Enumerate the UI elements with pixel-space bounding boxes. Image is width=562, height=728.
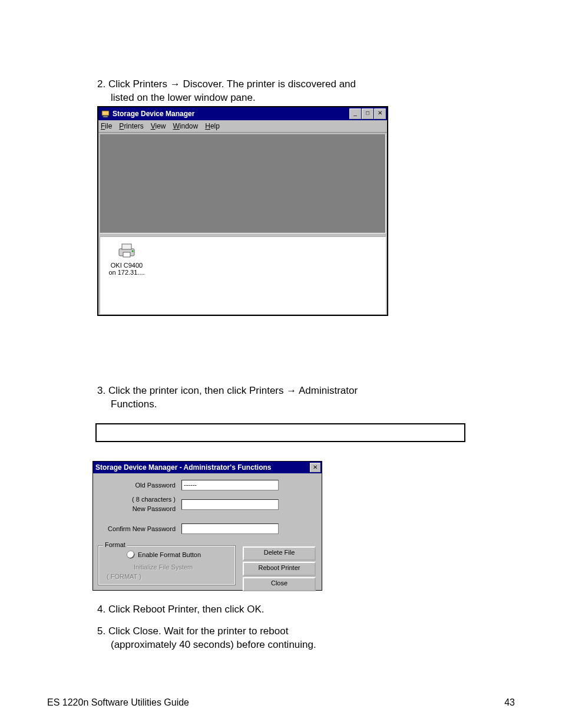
win1-title: Storage Device Manager (113, 110, 349, 118)
format-groupbox: Format Enable Format Button Initialize F… (98, 545, 236, 585)
label-confirm-password: Confirm New Password (99, 525, 176, 532)
confirm-password-field[interactable] (181, 523, 279, 534)
win2-titlebar[interactable]: Storage Device Manager - Administrator's… (93, 462, 322, 473)
client-area: OKI C9400 on 172.31.... (98, 133, 387, 315)
menu-view[interactable]: View (151, 122, 166, 130)
svg-point-5 (132, 250, 134, 252)
reboot-printer-button[interactable]: Reboot Printer (243, 562, 316, 576)
close-button[interactable]: ✕ (374, 108, 386, 119)
step5-line1: 5. Click Close. Wait for the printer to … (97, 625, 288, 638)
delete-file-button[interactable]: Delete File (243, 546, 316, 561)
maximize-button[interactable]: □ (362, 108, 373, 119)
printer-icon (115, 242, 138, 259)
enable-format-radio[interactable]: Enable Format Button (127, 551, 201, 559)
enable-format-label: Enable Format Button (138, 551, 201, 558)
printer-label-line2: on 172.31.... (106, 269, 147, 276)
menubar: File Printers View Window Help (98, 120, 387, 133)
svg-rect-4 (123, 252, 130, 257)
printer-label-line1: OKI C9400 (106, 262, 147, 269)
step4-line1: 4. Click Reboot Printer, then click OK. (97, 603, 264, 617)
init-fs-disabled-text: Initialize File System (134, 564, 193, 571)
step3-line1: 3. Click the printer icon, then click Pr… (97, 384, 358, 398)
upper-pane (100, 134, 386, 233)
win2-title: Storage Device Manager - Administrator's… (93, 463, 309, 472)
format-legend: Format (103, 541, 127, 548)
format-hint: ( FORMAT ) (107, 573, 141, 580)
menu-printers[interactable]: Printers (119, 122, 143, 130)
admin-functions-dialog: Storage Device Manager - Administrator's… (92, 461, 322, 591)
menu-window[interactable]: Window (173, 122, 199, 130)
svg-rect-0 (102, 111, 109, 116)
step5-line2: (approximately 40 seconds) before contin… (111, 638, 316, 652)
radio-icon (127, 551, 135, 559)
win1-titlebar[interactable]: Storage Device Manager _ □ ✕ (98, 107, 387, 120)
minimize-button[interactable]: _ (349, 108, 361, 119)
close-dialog-button[interactable]: Close (243, 577, 316, 591)
menu-help[interactable]: Help (205, 122, 220, 130)
step2-line1: 2. Click Printers → Discover. The printe… (97, 78, 356, 91)
label-old-password: Old Password (117, 482, 176, 489)
old-password-field[interactable]: ------ (181, 480, 279, 490)
step3-line2: Functions. (111, 398, 157, 411)
printer-item[interactable]: OKI C9400 on 172.31.... (106, 242, 147, 276)
footer-title: ES 1220n Software Utilities Guide (47, 697, 189, 708)
svg-rect-1 (103, 116, 108, 117)
label-new-password: New Password (117, 505, 176, 512)
footer-page-number: 43 (504, 697, 515, 708)
label-chars: ( 8 characters ) (117, 496, 176, 503)
menu-file[interactable]: File (101, 122, 112, 130)
instruction-box (95, 423, 465, 442)
lower-pane: OKI C9400 on 172.31.... (100, 236, 386, 314)
svg-rect-3 (122, 244, 131, 249)
page-footer: ES 1220n Software Utilities Guide 43 (0, 697, 562, 715)
new-password-field[interactable] (181, 499, 279, 510)
sdm-window: Storage Device Manager _ □ ✕ File Printe… (97, 106, 388, 316)
dialog-body: Old Password ------ ( 8 characters ) New… (93, 473, 322, 590)
dialog-close-button[interactable]: ✕ (310, 463, 320, 472)
step2-line2: listed on the lower window pane. (111, 91, 256, 105)
app-icon (100, 108, 111, 119)
